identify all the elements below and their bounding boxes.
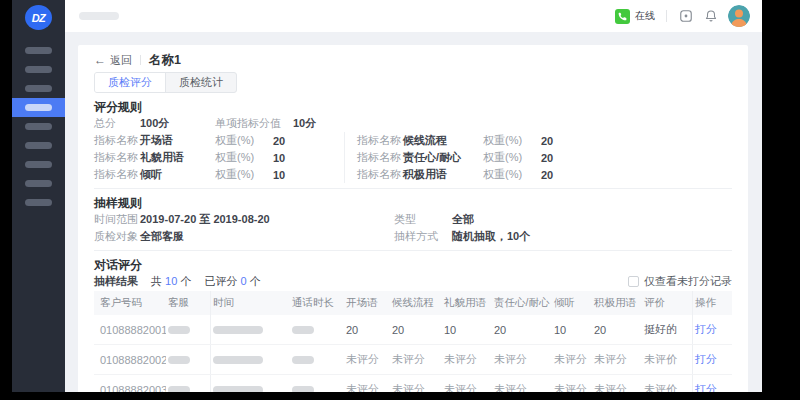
back-button[interactable]: ← 返回	[94, 53, 132, 68]
cell-score: 未评分	[442, 382, 492, 392]
cell-score: 未评分	[492, 352, 552, 367]
cell-score: 20	[390, 324, 442, 336]
cell-time	[210, 345, 290, 374]
menu-skeleton	[25, 199, 52, 206]
tab-quality-scoring[interactable]: 质检评分	[95, 73, 166, 92]
col-politeness: 礼貌用语	[442, 296, 492, 310]
sidebar-item-active[interactable]	[12, 98, 65, 117]
cell-duration	[290, 324, 344, 336]
col-time: 时间	[210, 291, 290, 315]
sidebar-item[interactable]	[12, 41, 65, 60]
scored-label: 已评分	[204, 275, 237, 287]
count-unit: 个	[250, 275, 261, 287]
indicator-row: 指标名称 积极用语 权重(%) 20	[357, 166, 732, 183]
unscored-filter-checkbox[interactable]	[628, 276, 639, 287]
cell-score: 未评分	[344, 382, 390, 392]
total-score-row: 总分 100分 单项指标分值 10分	[94, 115, 732, 132]
online-status-toggle[interactable]: 在线	[615, 9, 655, 24]
tab-group: 质检评分 质检统计	[94, 72, 237, 93]
table-header-row: 客户号码 客服 时间 通话时长 开场语 候线流程 礼貌用语 责任心/耐心 倾听 …	[94, 291, 732, 315]
weight-label: 权重(%)	[215, 167, 273, 182]
indicator-row: 指标名称 候线流程 权重(%) 20	[357, 132, 732, 149]
duration-skeleton	[292, 326, 314, 334]
col-actions: 操作	[692, 291, 732, 315]
indicator-row: 指标名称 责任心/耐心 权重(%) 20	[357, 149, 732, 166]
dialog-scoring-title: 对话评分	[94, 257, 732, 273]
sidebar-item[interactable]	[12, 136, 65, 155]
col-customer-no: 客户号码	[94, 296, 166, 310]
menu-skeleton	[25, 123, 52, 130]
menu-skeleton	[25, 180, 52, 187]
back-label: 返回	[110, 53, 132, 68]
sidebar-item[interactable]	[12, 79, 65, 98]
sidebar-item[interactable]	[12, 174, 65, 193]
total-label: 总分	[94, 116, 140, 131]
field-label: 抽样方式	[394, 229, 452, 244]
result-label: 抽样结果	[94, 274, 138, 289]
cell-action: 打分	[692, 315, 732, 344]
breadcrumb-skeleton	[79, 12, 119, 20]
cell-score: 20	[344, 324, 390, 336]
cell-customer-no: 01088882002	[94, 354, 166, 366]
table-row: 01088882003 未评分 未评分 未评分 未评分 未评分 未评分 未评价 …	[94, 375, 732, 392]
indicator-name: 开场语	[140, 133, 215, 148]
total-count: 10	[165, 275, 177, 287]
duration-skeleton	[292, 386, 314, 393]
weight-value: 20	[273, 135, 285, 147]
cell-score: 未评分	[592, 382, 642, 392]
score-button[interactable]: 打分	[695, 352, 717, 367]
header-actions: 在线	[615, 5, 750, 27]
sidebar-item[interactable]	[12, 155, 65, 174]
weight-value: 10	[273, 169, 285, 181]
sidebar-item[interactable]	[12, 117, 65, 136]
agent-skeleton	[168, 326, 190, 334]
cell-action: 打分	[692, 375, 732, 392]
col-duration: 通话时长	[290, 296, 344, 310]
weight-label: 权重(%)	[483, 133, 541, 148]
main-column: 在线 ← 返回	[65, 0, 762, 392]
col-agent: 客服	[166, 296, 210, 310]
menu-skeleton	[25, 161, 52, 168]
screenshot-canvas: DZ 在线	[0, 0, 800, 400]
cell-score: 未评分	[592, 352, 642, 367]
app-logo[interactable]: DZ	[25, 5, 52, 30]
sidebar-item[interactable]	[12, 60, 65, 79]
content-area: ← 返回 名称1 质检评分 质检统计 评分规则 总分 100分 单项指标分值 1…	[65, 32, 762, 392]
top-header: 在线	[65, 0, 762, 32]
cell-agent	[166, 384, 210, 393]
online-status-label: 在线	[635, 9, 655, 23]
apps-icon[interactable]	[678, 8, 694, 24]
cell-agent	[166, 324, 210, 336]
bell-icon[interactable]	[703, 8, 719, 24]
col-opening: 开场语	[344, 296, 390, 310]
cell-time	[210, 375, 290, 392]
field-label: 质检对象	[94, 229, 140, 244]
duration-skeleton	[292, 356, 314, 364]
unscored-filter[interactable]: 仅查看未打分记录	[628, 274, 732, 289]
indicator-name: 礼貌用语	[140, 150, 215, 165]
user-avatar[interactable]	[728, 5, 750, 27]
cell-duration	[290, 354, 344, 366]
menu-skeleton	[25, 85, 52, 92]
weight-value: 20	[541, 152, 553, 164]
agent-skeleton	[168, 356, 190, 364]
table-row: 01088882001 20 20 10 20 10 20 挺好的 打分	[94, 315, 732, 345]
indicator-row: 指标名称 倾听 权重(%) 10	[94, 166, 344, 183]
indicator-column-right: 指标名称 候线流程 权重(%) 20 指标名称 责任心/耐心 权重(%) 20	[344, 132, 732, 183]
indicator-name: 候线流程	[403, 133, 483, 148]
weight-label: 权重(%)	[215, 150, 273, 165]
field-value: 2019-07-20 至 2019-08-20	[140, 212, 270, 227]
total-count-text: 共 10 个	[151, 274, 191, 289]
indicator-name: 责任心/耐心	[403, 150, 483, 165]
indicator-label: 指标名称	[94, 133, 140, 148]
tab-quality-statistics[interactable]: 质检统计	[166, 73, 236, 92]
cell-score: 10	[552, 324, 592, 336]
menu-skeleton	[25, 104, 52, 111]
indicator-column-left: 指标名称 开场语 权重(%) 20 指标名称 礼貌用语 权重(%) 10	[94, 132, 344, 183]
sidebar-item[interactable]	[12, 193, 65, 212]
indicator-label: 指标名称	[357, 133, 403, 148]
count-unit: 个	[180, 275, 191, 287]
score-button[interactable]: 打分	[695, 322, 717, 337]
weight-label: 权重(%)	[483, 167, 541, 182]
score-button[interactable]: 打分	[695, 382, 717, 392]
